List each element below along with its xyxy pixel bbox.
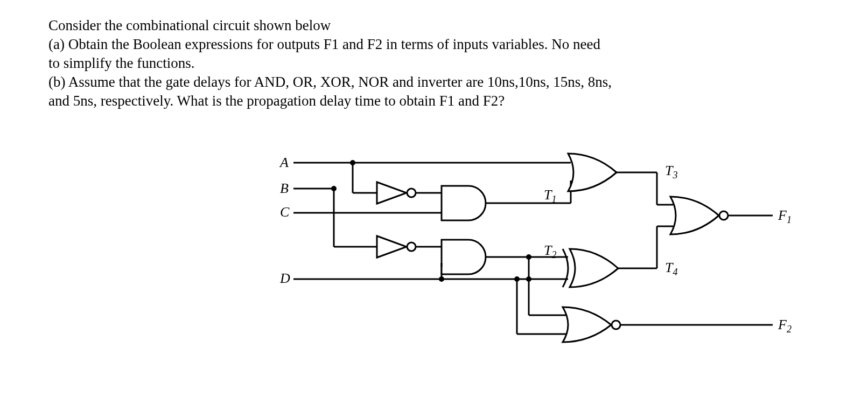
f1-label: F1 [778, 207, 792, 225]
part-a-text: (a) Obtain the Boolean expressions for o… [48, 35, 614, 73]
part-b-text: (b) Assume that the gate delays for AND,… [48, 73, 614, 110]
t3-label: T3 [665, 163, 677, 180]
junction-d3 [514, 276, 520, 282]
input-c-label: C [280, 204, 290, 220]
t4-label: T4 [665, 260, 677, 277]
f2-label: F2 [778, 317, 792, 335]
junction-b [331, 186, 337, 191]
nor-gate-f1 [657, 197, 773, 234]
input-a-label: A [279, 155, 289, 170]
junction-d1 [439, 276, 444, 282]
t1-label: T1 [544, 187, 556, 205]
and-gate-t2 [442, 240, 529, 274]
svg-point-1 [407, 189, 416, 197]
or-gate-t3 [568, 154, 657, 205]
xor-gate-t4 [563, 226, 657, 287]
circuit-diagram: A B C D T1 T2 [269, 151, 808, 393]
svg-point-15 [719, 211, 728, 220]
svg-point-3 [407, 242, 416, 251]
inverter-1 [353, 182, 442, 204]
junction-a [350, 160, 355, 165]
input-d-label: D [279, 270, 290, 286]
svg-point-17 [612, 321, 620, 329]
input-b-label: B [280, 180, 289, 196]
nor-gate-f2 [563, 307, 773, 342]
inverter-2 [377, 236, 442, 258]
intro-text: Consider the combinational circuit shown… [48, 16, 614, 35]
problem-text: Consider the combinational circuit shown… [48, 16, 614, 110]
